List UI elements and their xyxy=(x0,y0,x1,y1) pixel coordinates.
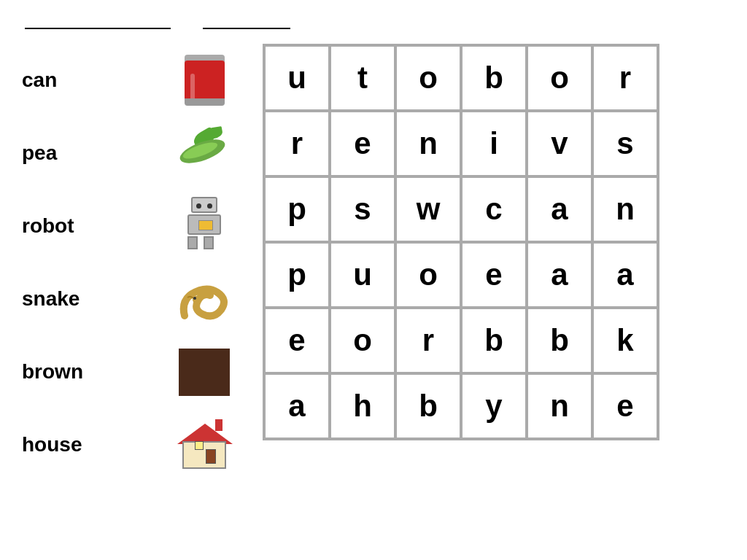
grid-cell: r xyxy=(264,111,330,176)
name-field xyxy=(22,15,171,29)
house-body xyxy=(182,441,226,469)
word-snake: snake xyxy=(22,287,95,311)
robot-head xyxy=(191,197,217,213)
grid-cell: v xyxy=(527,111,592,176)
word-list: can pea xyxy=(22,44,233,481)
grid-cell: h xyxy=(330,373,395,439)
can-icon xyxy=(185,55,225,106)
image-can xyxy=(175,51,233,109)
robot-leg-right xyxy=(204,236,214,249)
robot-eye-right xyxy=(207,203,212,209)
robot-legs xyxy=(187,236,221,249)
list-item: pea xyxy=(22,117,233,190)
list-item: brown xyxy=(22,335,233,408)
grid-cell: t xyxy=(330,45,395,111)
header-area xyxy=(22,15,725,29)
grid-cell: r xyxy=(592,45,658,111)
word-pea: pea xyxy=(22,141,95,165)
grid-cell: a xyxy=(264,373,330,439)
grid-cell: b xyxy=(395,373,461,439)
main-content: can pea xyxy=(22,44,725,481)
image-robot xyxy=(175,197,233,255)
svg-point-0 xyxy=(193,296,200,303)
grid-cell: o xyxy=(395,45,461,111)
grid-cell: p xyxy=(264,242,330,308)
grid-cell: p xyxy=(264,176,330,242)
letter-grid: utoborrenivspswcanpuoeaaeorbbkahbyne xyxy=(263,44,659,440)
grid-cell: n xyxy=(527,373,592,439)
page: can pea xyxy=(0,0,747,496)
grid-cell: b xyxy=(527,308,592,373)
grid-cell: u xyxy=(264,45,330,111)
house-window xyxy=(195,441,204,450)
robot-icon xyxy=(182,197,226,255)
robot-eye-left xyxy=(196,203,201,209)
word-robot: robot xyxy=(22,214,95,238)
snake-icon xyxy=(177,272,232,327)
grid-cell: b xyxy=(461,45,527,111)
word-can: can xyxy=(22,69,95,92)
can-bottom xyxy=(185,98,225,106)
image-brown xyxy=(175,343,233,401)
grid-cell: o xyxy=(330,308,395,373)
grid-cell: e xyxy=(330,111,395,176)
pea-icon xyxy=(179,128,230,179)
brown-square-icon xyxy=(179,349,230,396)
robot-chest xyxy=(198,220,213,230)
grid-cell: b xyxy=(461,308,527,373)
house-door xyxy=(206,449,216,464)
list-item: house xyxy=(22,408,233,481)
grid-cell: r xyxy=(395,308,461,373)
grid-cell: c xyxy=(461,176,527,242)
grid-cell: a xyxy=(527,242,592,308)
grid-cell: w xyxy=(395,176,461,242)
list-item: can xyxy=(22,44,233,117)
grid-cell: s xyxy=(330,176,395,242)
grid-cell: s xyxy=(592,111,658,176)
grid-cell: a xyxy=(527,176,592,242)
grid-cell: e xyxy=(592,373,658,439)
grid-cell: e xyxy=(461,242,527,308)
svg-point-1 xyxy=(193,297,196,300)
image-snake xyxy=(175,270,233,328)
grid-cell: y xyxy=(461,373,527,439)
image-pea xyxy=(175,124,233,182)
name-line xyxy=(25,15,171,29)
date-line xyxy=(203,15,290,29)
grid-cell: n xyxy=(592,176,658,242)
image-house xyxy=(175,416,233,474)
list-item: robot xyxy=(22,190,233,262)
grid-cell: i xyxy=(461,111,527,176)
grid-cell: e xyxy=(264,308,330,373)
word-house: house xyxy=(22,433,95,456)
list-item: snake xyxy=(22,262,233,335)
grid-cell: a xyxy=(592,242,658,308)
grid-cell: u xyxy=(330,242,395,308)
grid-cell: k xyxy=(592,308,658,373)
robot-body xyxy=(187,214,221,235)
house-icon xyxy=(177,418,232,472)
date-field xyxy=(200,15,290,29)
grid-cell: o xyxy=(527,45,592,111)
can-body xyxy=(185,61,225,104)
grid-cell: o xyxy=(395,242,461,308)
grid-cell: n xyxy=(395,111,461,176)
robot-leg-left xyxy=(187,236,198,249)
word-brown: brown xyxy=(22,360,95,384)
